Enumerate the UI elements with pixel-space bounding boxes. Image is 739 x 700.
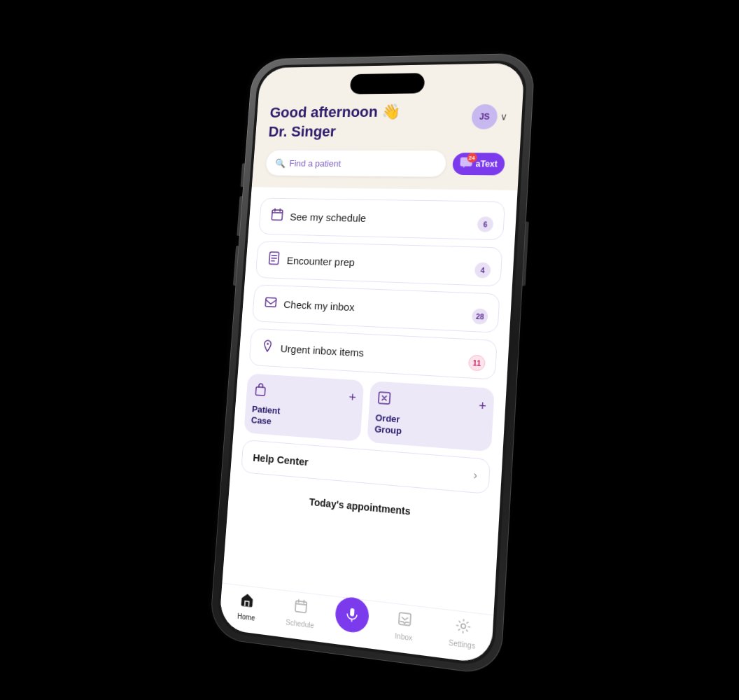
schedule-badge: 6 [477, 216, 494, 232]
avatar-chevron-icon: ∨ [500, 111, 507, 122]
settings-nav-label: Settings [449, 638, 476, 650]
greeting-text: Good afternoon 👋 Dr. Singer [268, 102, 401, 141]
order-group-top: + [376, 390, 486, 416]
mic-button[interactable] [335, 595, 370, 634]
avatar-area[interactable]: JS ∨ [471, 104, 508, 130]
encounter-icon [267, 251, 281, 269]
encounter-badge: 4 [474, 262, 491, 279]
avatar[interactable]: JS [471, 104, 498, 130]
schedule-nav-icon [293, 598, 309, 619]
inbox-badge: 28 [472, 309, 488, 325]
greeting-block: Good afternoon 👋 Dr. Singer [268, 102, 401, 141]
home-icon [239, 592, 255, 612]
search-icon: 🔍 [275, 158, 286, 168]
nav-inbox[interactable]: Inbox [382, 608, 427, 643]
inbox-label: Check my inbox [283, 298, 355, 313]
app-content: Good afternoon 👋 Dr. Singer JS ∨ [219, 63, 525, 664]
atext-icon: 24 [459, 157, 472, 171]
svg-point-9 [460, 624, 465, 629]
main-scroll-area: See my schedule 6 Encounter pr [222, 187, 517, 615]
patient-case-label: PatientCase [251, 404, 281, 427]
patient-case-plus-icon: + [349, 390, 357, 405]
header-top: Good afternoon 👋 Dr. Singer JS ∨ [268, 102, 508, 141]
patient-case-icon [253, 382, 268, 401]
phone-frame: Good afternoon 👋 Dr. Singer JS ∨ [209, 53, 536, 676]
appointments-label: Today's appointments [309, 496, 411, 517]
nav-mic[interactable] [335, 606, 370, 634]
settings-nav-icon [454, 617, 472, 639]
search-bar[interactable]: 🔍 Find a patient [265, 150, 446, 177]
inbox-nav-icon [396, 610, 413, 631]
home-nav-label: Home [237, 612, 255, 622]
schedule-nav-label: Schedule [286, 618, 314, 629]
quick-actions-row: + PatientCase [244, 374, 495, 452]
schedule-menu-item[interactable]: See my schedule 6 [258, 198, 505, 241]
dynamic-island [350, 73, 425, 94]
urgent-badge: 11 [468, 355, 486, 372]
svg-rect-0 [272, 210, 283, 220]
urgent-label: Urgent inbox items [280, 343, 364, 359]
nav-schedule[interactable]: Schedule [279, 596, 322, 631]
phone-screen: Good afternoon 👋 Dr. Singer JS ∨ [219, 63, 525, 664]
nav-home[interactable]: Home [226, 590, 267, 624]
order-group-button[interactable]: + OrderGroup [367, 381, 495, 451]
schedule-label: See my schedule [290, 211, 367, 225]
phone-body: Good afternoon 👋 Dr. Singer JS ∨ [209, 53, 536, 676]
encounter-label: Encounter prep [286, 255, 355, 269]
encounter-prep-menu-item[interactable]: Encounter prep 4 [255, 241, 503, 286]
order-group-icon [376, 390, 392, 410]
svg-rect-7 [350, 608, 355, 616]
atext-button[interactable]: 24 aText [452, 153, 505, 175]
inbox-nav-label: Inbox [395, 632, 413, 643]
nav-settings[interactable]: Settings [439, 615, 485, 651]
svg-rect-2 [265, 298, 276, 307]
patient-case-top: + [253, 382, 357, 407]
svg-rect-4 [255, 387, 265, 396]
atext-label: aText [475, 159, 498, 169]
search-atext-row: 🔍 Find a patient 24 [265, 150, 505, 178]
inbox-menu-item[interactable]: Check my inbox 28 [252, 284, 500, 333]
svg-rect-6 [295, 601, 307, 612]
schedule-icon [270, 208, 284, 225]
phone-screen-border: Good afternoon 👋 Dr. Singer JS ∨ [216, 60, 528, 668]
patient-case-button[interactable]: + PatientCase [244, 374, 364, 442]
urgent-icon [260, 339, 274, 356]
order-group-plus-icon: + [478, 398, 486, 414]
search-placeholder: Find a patient [289, 158, 342, 169]
svg-point-3 [267, 343, 269, 345]
urgent-inbox-menu-item[interactable]: Urgent inbox items 11 [248, 328, 497, 380]
order-group-label: OrderGroup [374, 412, 403, 436]
help-center-label: Help Center [253, 451, 309, 468]
help-center-chevron-icon: › [473, 469, 478, 482]
inbox-icon [264, 295, 278, 312]
